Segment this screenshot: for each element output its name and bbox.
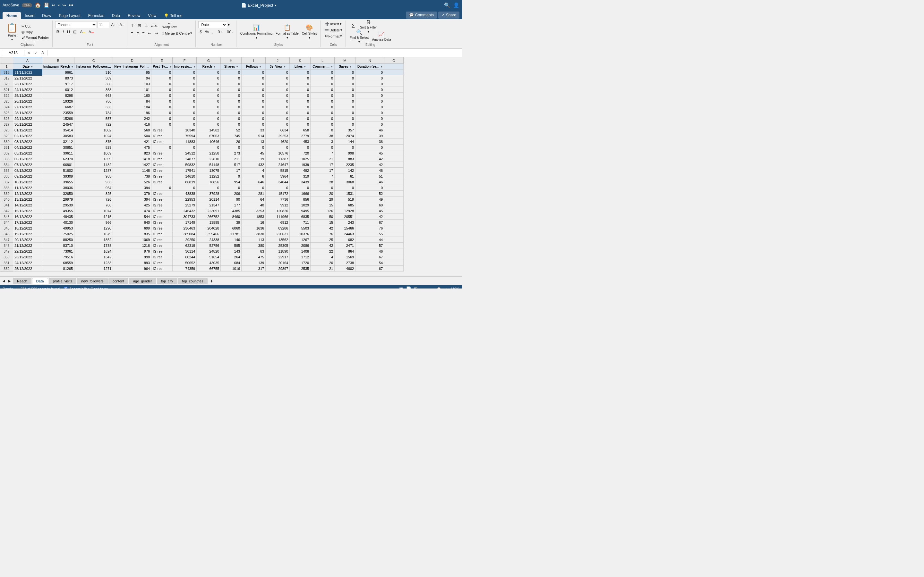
table-cell[interactable] [384, 248, 404, 254]
table-cell[interactable]: 42 [355, 214, 384, 219]
table-cell[interactable]: 835 [113, 231, 152, 237]
page-layout-icon[interactable]: 📄 [406, 286, 411, 288]
table-cell[interactable]: 0 [197, 110, 221, 116]
table-cell[interactable]: 684 [221, 260, 242, 266]
tab-page-layout[interactable]: Page Layout [55, 12, 84, 19]
header-reach[interactable]: Reach ▾ [197, 64, 221, 69]
table-cell[interactable]: 43838 [173, 191, 197, 197]
text-direction-button[interactable]: ab↕ [150, 23, 159, 29]
table-cell[interactable]: 0 [152, 104, 173, 110]
table-cell[interactable]: 9495 [290, 208, 310, 214]
table-cell[interactable]: 64 [242, 197, 266, 202]
table-cell[interactable]: 10576 [266, 150, 290, 156]
table-cell[interactable]: 0 [310, 104, 334, 110]
table-cell[interactable]: 4385 [221, 208, 242, 214]
format-cells-button[interactable]: ⚙ Format ▾ [323, 33, 344, 39]
table-cell[interactable]: 20/12/2022 [13, 237, 42, 243]
table-cell[interactable]: 640 [113, 219, 152, 226]
table-cell[interactable]: 0 [266, 116, 290, 121]
table-cell[interactable]: 38036 [42, 185, 74, 191]
table-cell[interactable]: 29539 [42, 202, 74, 208]
table-cell[interactable]: 0 [310, 127, 334, 133]
table-cell[interactable]: 08/12/2022 [13, 168, 42, 173]
table-cell[interactable]: 12928 [334, 208, 355, 214]
table-cell[interactable]: 11890 [266, 248, 290, 254]
table-cell[interactable]: 2535 [290, 266, 310, 271]
table-cell[interactable]: 1069 [113, 237, 152, 243]
table-cell[interactable]: IG reel [152, 156, 173, 162]
table-cell[interactable]: 111966 [266, 214, 290, 219]
table-cell[interactable]: 144 [334, 139, 355, 145]
table-cell[interactable]: 1853 [242, 214, 266, 219]
row-number[interactable]: 318 [0, 69, 13, 75]
table-cell[interactable]: 1271 [74, 266, 113, 271]
table-cell[interactable]: 29979 [42, 197, 74, 202]
col-header-h[interactable]: H [221, 57, 242, 64]
format-painter-button[interactable]: 🖌 Format Painter [20, 35, 50, 40]
table-cell[interactable]: 29250 [173, 237, 197, 243]
table-cell[interactable]: 0 [173, 93, 197, 98]
tab-data[interactable]: Data [108, 12, 124, 19]
table-cell[interactable]: 54 [355, 260, 384, 266]
table-cell[interactable]: 143 [221, 248, 242, 254]
sheet-tab-profile-visits[interactable]: profile_visits [49, 278, 77, 284]
col-header-k[interactable]: K [290, 57, 310, 64]
table-cell[interactable]: 0 [266, 87, 290, 93]
tab-review[interactable]: Review [124, 12, 144, 19]
table-cell[interactable]: 220631 [266, 231, 290, 237]
table-cell[interactable] [384, 185, 404, 191]
table-cell[interactable]: 319 [290, 173, 310, 179]
header-instagram-followers-vis[interactable]: Instagram_Followers_Vis… ▾ [74, 64, 113, 69]
table-cell[interactable]: 0 [310, 93, 334, 98]
table-cell[interactable]: 1408 [290, 248, 310, 254]
table-cell[interactable]: 1233 [74, 260, 113, 266]
col-header-i[interactable]: I [242, 57, 266, 64]
header-post-type[interactable]: Post_Ty… ▾ [152, 64, 173, 69]
table-cell[interactable]: 46 [355, 179, 384, 185]
table-cell[interactable] [384, 226, 404, 231]
table-cell[interactable] [384, 127, 404, 133]
table-cell[interactable]: 1679 [74, 231, 113, 237]
sheet-tab-top-countries[interactable]: top_countries [178, 278, 208, 284]
table-cell[interactable]: 475 [242, 254, 266, 260]
table-cell[interactable] [384, 219, 404, 226]
table-cell[interactable]: 67 [355, 266, 384, 271]
font-color-button[interactable]: A▬ [87, 29, 95, 35]
share-button[interactable]: ↗ Share [438, 11, 459, 19]
table-cell[interactable]: 49953 [42, 226, 74, 231]
table-cell[interactable]: 44 [355, 237, 384, 243]
share-icon[interactable]: 👤 [453, 2, 459, 8]
comments-button[interactable]: 💬 Comments [406, 11, 437, 19]
align-middle-button[interactable]: ⊟ [136, 23, 142, 29]
col-header-j[interactable]: J [266, 57, 290, 64]
table-cell[interactable]: 243 [334, 219, 355, 226]
table-cell[interactable]: 18/12/2022 [13, 226, 42, 231]
table-cell[interactable]: 0 [197, 93, 221, 98]
table-cell[interactable]: 42 [355, 162, 384, 168]
table-cell[interactable]: 50652 [173, 260, 197, 266]
table-cell[interactable]: 0 [221, 185, 242, 191]
table-cell[interactable]: 45 [242, 150, 266, 156]
table-cell[interactable]: 0 [290, 104, 310, 110]
row-number[interactable]: 325 [0, 110, 13, 116]
table-cell[interactable]: 358 [74, 87, 113, 93]
save-icon[interactable]: 💾 [44, 3, 49, 8]
table-cell[interactable]: 3439 [290, 179, 310, 185]
table-cell[interactable]: 1069 [74, 150, 113, 156]
table-cell[interactable]: 317 [242, 266, 266, 271]
row-number[interactable]: 327 [0, 121, 13, 127]
table-cell[interactable]: 0 [221, 93, 242, 98]
table-cell[interactable]: 504 [113, 133, 152, 139]
table-cell[interactable]: 1267 [290, 237, 310, 243]
table-cell[interactable]: 21/11/2022 [13, 69, 42, 75]
row-number[interactable]: 347 [0, 237, 13, 243]
table-cell[interactable]: 13 [242, 139, 266, 145]
sheet-tab-new-followers[interactable]: new_followers [77, 278, 108, 284]
table-cell[interactable]: 685 [334, 202, 355, 208]
table-cell[interactable]: 1939 [290, 162, 310, 168]
table-cell[interactable]: 11883 [173, 139, 197, 145]
scroll-tabs-left[interactable]: ◀ [1, 279, 6, 284]
table-cell[interactable]: 19326 [42, 98, 74, 104]
row-number[interactable]: 348 [0, 243, 13, 248]
table-cell[interactable]: 568 [113, 127, 152, 133]
